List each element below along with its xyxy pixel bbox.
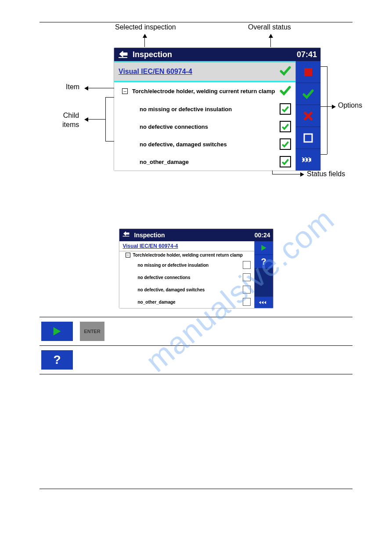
child-text: no_other_damage [138,300,176,305]
arrow-icon [84,117,88,122]
arrow-icon [332,105,336,109]
help-button[interactable]: ? [41,350,73,370]
selected-inspection-title: Visual IEC/EN 60974-4 [123,243,178,249]
option-back-button[interactable] [255,297,273,308]
annot-child-items: Child items [62,111,79,130]
option-empty-button[interactable] [296,127,320,149]
child-item-row[interactable]: no defective, damaged switches [119,283,254,296]
brace-top [320,66,327,67]
enter-label: ENTER [84,329,100,334]
svg-marker-5 [261,245,266,251]
collapse-icon[interactable]: – [126,253,130,258]
enter-button[interactable]: ENTER [80,322,104,341]
option-help-button[interactable]: ? [255,255,273,268]
child-text: no defective connections [140,123,208,130]
annot-child-line1: Child [63,112,79,119]
option-spacer [255,268,273,297]
child-item-row[interactable]: no missing or defective insulation [114,100,295,118]
collapse-icon[interactable]: – [122,88,128,94]
brace-bot [105,141,114,141]
option-back-button[interactable] [296,149,320,170]
status-checkbox[interactable] [280,138,291,150]
child-item-row[interactable]: no defective connections [119,271,254,283]
status-checkbox[interactable] [243,298,251,306]
annot-options: Options [338,102,362,109]
status-checkbox[interactable] [243,286,251,294]
titlebar: Inspection 07:41 [114,48,320,61]
figure-1-annotated: Selected inspection Overall status Item … [40,22,352,181]
arrow-line [270,37,271,47]
device-screen-large: Inspection 07:41 Visual IEC/EN 60974-4 –… [114,48,320,170]
back-icon[interactable] [122,230,130,240]
brace-line [105,97,106,141]
child-text: no defective, damaged switches [140,141,227,148]
child-text: no missing or defective insulation [140,106,232,112]
arrow-icon [143,34,147,38]
option-table-row: ? [40,346,352,374]
inspection-item-row[interactable]: – Torch/electrode holder, welding curren… [114,82,295,100]
play-button[interactable] [41,322,73,341]
item-text: Torch/electrode holder, welding current … [133,253,251,258]
status-checkbox[interactable] [243,261,251,269]
annot-overall-status: Overall status [248,23,291,31]
annot-child-line2: items [62,121,79,128]
title-text: Inspection [133,50,172,59]
brace-bot [320,154,327,155]
inspection-list: Visual IEC/EN 60974-4 – Torch/electrode … [119,241,255,308]
annot-status-fields: Status fields [307,170,345,178]
svg-marker-9 [54,327,61,335]
child-item-row[interactable]: no missing or defective insulation [119,259,254,271]
child-item-row[interactable]: no_other_damage [114,153,295,170]
status-checkbox[interactable] [280,121,291,132]
brace-line [327,66,327,154]
svg-rect-0 [304,68,312,76]
annot-item: Item [66,83,79,91]
arrow-line [88,119,105,120]
child-item-row[interactable]: no_other_damage [119,296,254,308]
option-column: ? [255,241,273,308]
check-icon [280,85,291,98]
option-table-row: ENTER [40,317,352,345]
svg-marker-8 [264,301,266,304]
device-screen-small: Inspection 00:24 Visual IEC/EN 60974-4 –… [119,229,273,308]
option-fail-button[interactable] [296,105,320,127]
child-text: no missing or defective insulation [138,263,209,268]
arrow-icon [300,172,304,177]
check-icon [280,65,291,78]
option-column [296,61,320,170]
clock-text: 00:24 [255,232,270,239]
title-text: Inspection [134,232,165,239]
svg-rect-1 [304,134,312,142]
child-item-row[interactable]: no defective, damaged switches [114,135,295,153]
svg-marker-6 [259,301,261,304]
arrow-icon [269,34,273,38]
arrow-line [88,88,114,88]
item-text: Torch/electrode holder, welding current … [132,88,280,94]
arrow-icon [84,86,88,91]
option-table: ENTER ? [40,317,352,374]
arrow-line [320,106,333,107]
arrow-line [272,174,301,174]
clock-text: 07:41 [297,50,317,59]
back-icon[interactable] [118,50,128,59]
brace-top [105,97,114,98]
status-checkbox[interactable] [280,103,291,115]
svg-marker-7 [261,301,263,304]
status-checkbox[interactable] [243,273,251,281]
titlebar: Inspection 00:24 [119,229,273,241]
selected-inspection-row[interactable]: Visual IEC/EN 60974-4 [119,241,254,251]
child-text: no_other_damage [140,159,189,165]
question-mark-icon: ? [261,257,266,267]
selected-inspection-row[interactable]: Visual IEC/EN 60974-4 [114,61,295,82]
child-item-row[interactable]: no defective connections [114,118,295,135]
option-stop-button[interactable] [296,61,320,83]
annot-selected-inspection: Selected inspection [115,23,176,31]
question-mark-icon: ? [53,353,61,367]
inspection-item-row[interactable]: – Torch/electrode holder, welding curren… [119,251,254,259]
arrow-line [144,37,145,47]
status-checkbox[interactable] [280,156,291,167]
child-text: no defective, damaged switches [138,287,205,292]
option-pass-button[interactable] [296,83,320,105]
option-play-button[interactable] [255,241,273,255]
selected-inspection-title: Visual IEC/EN 60974-4 [119,68,192,76]
